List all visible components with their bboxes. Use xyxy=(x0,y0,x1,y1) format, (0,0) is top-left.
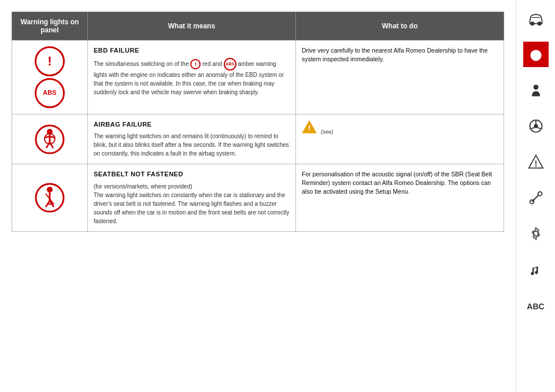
airbag-icon xyxy=(18,124,82,155)
svg-point-17 xyxy=(531,22,534,25)
warning-triangle-icon: ! xyxy=(302,120,317,136)
airbag-title: AIRBAG FAILURE xyxy=(94,120,290,129)
gear-icon xyxy=(528,225,544,242)
svg-point-29 xyxy=(534,124,537,127)
sidebar-item-gear[interactable] xyxy=(523,221,549,246)
ebd-means-cell: EBD FAILURE The simultaneous switching o… xyxy=(87,40,295,114)
abs-circle-icon: ABS xyxy=(35,78,65,108)
airbag-todo-cell: ! (see) xyxy=(295,114,504,164)
table-row: SEATBELT NOT FASTENED (for versions/mark… xyxy=(12,164,504,231)
sidebar-item-dashboard[interactable] xyxy=(523,42,549,67)
seatbelt-svg xyxy=(34,182,65,213)
sidebar: ABC xyxy=(516,0,555,392)
seatbelt-icon-cell xyxy=(12,164,88,231)
svg-text:!: ! xyxy=(308,124,310,132)
sidebar-item-abc[interactable]: ABC xyxy=(523,293,549,318)
airbag-svg xyxy=(34,124,65,155)
seatbelt-subtitle: (for versions/markets, where provided) xyxy=(94,182,290,191)
music-icon xyxy=(528,261,544,278)
seatbelt-icon xyxy=(18,182,82,213)
airbag-means-text: The warning light switches on and remain… xyxy=(94,132,290,158)
sidebar-item-warning[interactable] xyxy=(523,149,549,175)
inline-exclaim-icon: ! xyxy=(190,59,201,69)
svg-point-37 xyxy=(538,192,542,196)
ebd-title: EBD FAILURE xyxy=(94,46,290,55)
steering-icon xyxy=(528,118,544,134)
abc-label: ABC xyxy=(527,302,544,311)
seatbelt-todo-cell: For personalisation of the acoustic sign… xyxy=(295,164,504,231)
sidebar-item-music[interactable] xyxy=(523,257,549,282)
table-row: AIRBAG FAILURE The warning light switche… xyxy=(12,114,504,164)
ebd-means-text: The simultaneous switching on of the ! r… xyxy=(94,58,290,97)
ebd-icons: ! ABS xyxy=(18,46,82,108)
seatbelt-title: SEATBELT NOT FASTENED xyxy=(94,170,290,179)
sidebar-item-car[interactable] xyxy=(523,6,549,31)
sidebar-item-person[interactable] xyxy=(523,77,549,103)
warning-table: Warning lights on panel What it means Wh… xyxy=(12,12,504,232)
car-icon xyxy=(528,10,544,27)
seatbelt-means-cell: SEATBELT NOT FASTENED (for versions/mark… xyxy=(87,164,295,231)
svg-point-35 xyxy=(535,165,536,167)
exclamation-circle-icon: ! xyxy=(35,46,65,76)
ebd-icon-cell: ! ABS xyxy=(12,40,88,114)
person-icon xyxy=(528,82,544,98)
seatbelt-means-text: The warning light switches on constantly… xyxy=(94,191,290,225)
sidebar-item-tools[interactable] xyxy=(523,185,549,210)
main-content: Warning lights on panel What it means Wh… xyxy=(0,0,516,392)
warning-icon xyxy=(528,154,544,170)
airbag-see-ref: (see) xyxy=(321,128,334,135)
svg-point-27 xyxy=(533,84,538,90)
airbag-means-cell: AIRBAG FAILURE The warning light switche… xyxy=(87,114,295,164)
header-means: What it means xyxy=(87,12,295,40)
sidebar-item-steering[interactable] xyxy=(523,113,549,139)
airbag-icon-cell xyxy=(12,114,88,164)
inline-abs-icon: ABS xyxy=(224,58,236,71)
header-todo: What to do xyxy=(295,12,504,40)
svg-point-11 xyxy=(47,187,53,193)
dashboard-icon xyxy=(528,46,544,62)
svg-line-36 xyxy=(532,195,539,202)
ebd-todo-cell: Drive very carefully to the nearest Alfa… xyxy=(295,40,504,114)
header-panel: Warning lights on panel xyxy=(12,12,88,40)
table-row: ! ABS EBD FAILURE The simultaneous switc… xyxy=(12,40,504,114)
tools-icon xyxy=(528,190,544,206)
svg-point-18 xyxy=(538,22,541,25)
